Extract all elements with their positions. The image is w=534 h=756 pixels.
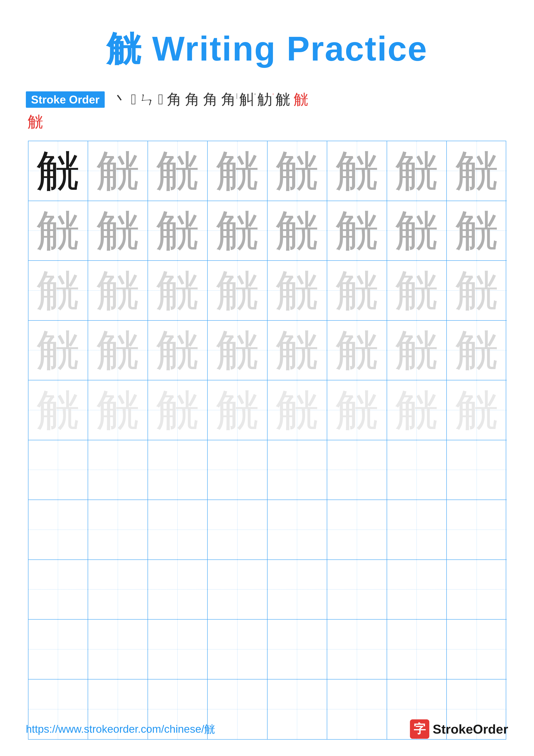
char-display: 觥 — [395, 149, 438, 192]
char-display: 觥 — [37, 269, 80, 312]
char-display: 觥 — [455, 389, 498, 432]
grid-row-9 — [28, 620, 506, 680]
grid-cell: 觥 — [447, 201, 507, 261]
grid-cell — [387, 560, 447, 620]
char-display: 觥 — [395, 329, 438, 372]
stroke-final: 觥 — [28, 113, 43, 130]
grid-cell — [387, 500, 447, 560]
grid-cell: 觥 — [148, 261, 208, 321]
stroke-10: 觔' — [257, 90, 272, 109]
grid-cell — [28, 440, 88, 500]
grid-row-2: 觥 觥 觥 觥 觥 觥 觥 觥 — [28, 201, 506, 261]
grid-cell: 觥 — [387, 261, 447, 321]
grid-cell — [88, 560, 148, 620]
grid-cell — [267, 500, 327, 560]
logo-icon: 字 — [410, 719, 429, 739]
stroke-7: 角 — [203, 90, 218, 109]
stroke-9: 觓' — [239, 90, 254, 109]
grid-cell: 觥 — [267, 261, 327, 321]
char-display: 觥 — [275, 269, 318, 312]
grid-cell — [267, 440, 327, 500]
footer-logo: 字 StrokeOrder — [410, 719, 508, 739]
grid-cell: 觥 — [88, 141, 148, 201]
stroke-row-2: 觥 — [26, 111, 508, 132]
grid-cell: 觥 — [327, 321, 387, 381]
char-display: 觥 — [455, 269, 498, 312]
stroke-order-label: Stroke Order — [26, 92, 105, 108]
grid-cell — [148, 440, 208, 500]
grid-row-3: 觥 觥 觥 觥 觥 觥 觥 觥 — [28, 261, 506, 321]
char-display: 觥 — [335, 209, 378, 252]
char-display: 觥 — [37, 389, 80, 432]
grid-cell: 觥 — [327, 201, 387, 261]
grid-cell — [88, 440, 148, 500]
grid-row-4: 觥 觥 觥 觥 觥 觥 觥 觥 — [28, 321, 506, 381]
grid-cell — [208, 500, 267, 560]
stroke-sequence: 丶 𠃍 ㄣ 𠂇 角 角 角 角| 觓' 觔' 觥 觥 — [111, 90, 310, 109]
grid-cell — [28, 620, 88, 680]
grid-cell — [88, 620, 148, 680]
grid-cell — [148, 620, 208, 680]
logo-text: StrokeOrder — [433, 722, 508, 737]
char-display: 觥 — [455, 209, 498, 252]
grid-cell — [447, 560, 507, 620]
grid-cell: 觥 — [88, 380, 148, 440]
grid-cell: 觥 — [447, 261, 507, 321]
grid-cell — [148, 560, 208, 620]
grid-cell: 觥 — [267, 201, 327, 261]
grid-cell: 觥 — [88, 261, 148, 321]
grid-cell — [148, 500, 208, 560]
grid-cell: 觥 — [148, 141, 208, 201]
grid-cell: 觥 — [387, 201, 447, 261]
char-display: 觥 — [395, 209, 438, 252]
char-display: 觥 — [335, 269, 378, 312]
grid-cell — [327, 560, 387, 620]
grid-row-6 — [28, 440, 506, 500]
grid-cell: 觥 — [88, 201, 148, 261]
grid-cell: 觥 — [208, 321, 267, 381]
char-display: 觥 — [37, 149, 80, 192]
char-display: 觥 — [216, 389, 259, 432]
char-display: 觥 — [275, 329, 318, 372]
stroke-12: 觥 — [293, 90, 308, 109]
grid-cell — [208, 620, 267, 680]
grid-cell — [327, 620, 387, 680]
char-display: 觥 — [455, 149, 498, 192]
stroke-1: 丶 — [113, 90, 128, 109]
grid-row-5: 觥 觥 觥 觥 觥 觥 觥 觥 — [28, 380, 506, 440]
page: 觥 Writing Practice Stroke Order 丶 𠃍 ㄣ 𠂇 … — [0, 0, 534, 756]
char-display: 觥 — [455, 329, 498, 372]
char-display: 觥 — [96, 389, 140, 432]
char-display: 觥 — [216, 329, 259, 372]
grid-cell: 觥 — [267, 321, 327, 381]
char-display: 觥 — [216, 149, 259, 192]
char-display: 觥 — [275, 209, 318, 252]
stroke-5: 角 — [167, 90, 182, 109]
footer-url[interactable]: https://www.strokeorder.com/chinese/觥 — [26, 722, 215, 736]
grid-row-7 — [28, 500, 506, 560]
grid-cell: 觥 — [447, 141, 507, 201]
grid-cell — [267, 560, 327, 620]
grid-cell: 觥 — [447, 380, 507, 440]
stroke-order-row: Stroke Order 丶 𠃍 ㄣ 𠂇 角 角 角 角| 觓' 觔' 觥 觥 — [26, 90, 508, 109]
char-display: 觥 — [216, 209, 259, 252]
grid-cell: 觥 — [387, 141, 447, 201]
grid-cell — [327, 500, 387, 560]
grid-cell — [387, 620, 447, 680]
grid-cell: 觥 — [28, 380, 88, 440]
grid-row-1: 觥 觥 觥 觥 觥 觥 觥 觥 — [28, 141, 506, 201]
char-display: 觥 — [37, 329, 80, 372]
char-display: 觥 — [335, 389, 378, 432]
stroke-3: ㄣ — [140, 90, 155, 109]
grid-cell: 觥 — [28, 321, 88, 381]
grid-cell: 觥 — [387, 321, 447, 381]
char-display: 觥 — [216, 269, 259, 312]
grid-cell: 觥 — [387, 380, 447, 440]
char-display: 觥 — [156, 269, 199, 312]
grid-cell — [88, 500, 148, 560]
grid-cell: 觥 — [327, 380, 387, 440]
char-display: 觥 — [37, 209, 80, 252]
grid-cell — [28, 500, 88, 560]
grid-cell: 觥 — [267, 380, 327, 440]
stroke-2: 𠃍 — [131, 91, 136, 108]
